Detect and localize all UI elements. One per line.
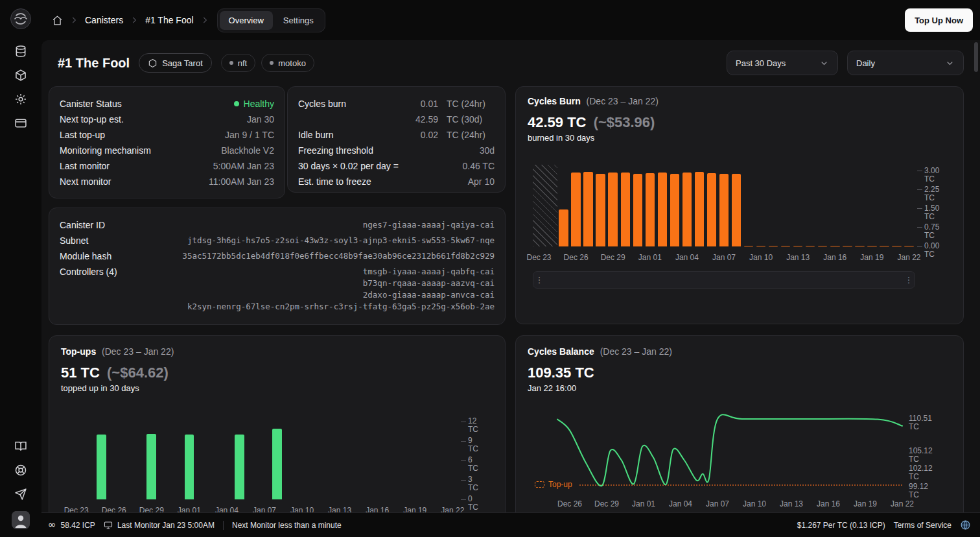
chart-bar — [583, 172, 592, 246]
x-axis-label: Dec 29 — [139, 506, 164, 512]
x-axis-label: Jan 01 — [178, 506, 201, 512]
chart-pan-scrollbar[interactable]: ⋮ ⋮ — [533, 271, 915, 289]
y-axis-label: 102.12 TC — [909, 464, 933, 481]
topbar: Canisters #1 The Fool OverviewSettings T… — [41, 0, 980, 40]
no-data-hatch — [533, 165, 557, 246]
x-axis-label: Jan 13 — [780, 499, 803, 508]
sidebar-item-projects[interactable] — [8, 64, 33, 86]
terms-of-service-link[interactable]: Terms of Service — [894, 521, 951, 530]
last-monitor-status: Last Monitor Jan 23 5:00AM — [104, 521, 215, 530]
sidebar-item-docs[interactable] — [8, 435, 33, 457]
x-axis-label: Jan 19 — [854, 499, 877, 508]
row-number: 42.59 — [410, 114, 438, 125]
chart-date-range: (Dec 23 – Jan 22) — [587, 96, 659, 106]
chart-caption: topped up in 30 days — [61, 383, 493, 393]
chart-bar — [892, 246, 901, 247]
dashed-box-icon — [535, 481, 544, 488]
y-axis-tick — [917, 171, 922, 171]
x-axis-label: Dec 26 — [564, 253, 589, 262]
y-axis-label: 12 TC — [468, 417, 478, 434]
row-label: Monitoring mechanism — [60, 145, 151, 156]
sidebar-item-feedback[interactable] — [8, 483, 33, 505]
y-axis-tick — [461, 480, 466, 481]
x-axis-label: Jan 16 — [366, 506, 389, 512]
x-axis-label: Jan 04 — [215, 506, 239, 512]
credit-card-icon — [14, 117, 27, 130]
breadcrumb-canister-name[interactable]: #1 The Fool — [145, 15, 193, 25]
row-value: Jan 9 / 1 TC — [225, 130, 274, 140]
database-icon — [14, 45, 27, 58]
chart-bar — [843, 246, 852, 247]
chart-bar — [830, 246, 839, 247]
id-row: Subnetjtdsg-3h6gi-hs7o5-z2soi-43w3z-soyl… — [60, 233, 495, 248]
tag-label: nft — [238, 58, 247, 68]
x-axis-label: Jan 01 — [638, 253, 662, 262]
page-title: #1 The Fool — [58, 56, 130, 71]
date-range-select[interactable]: Past 30 Days — [727, 51, 838, 75]
tag-nft[interactable]: nft — [221, 54, 255, 72]
row-label: Next top-up est. — [60, 114, 124, 125]
interval-select[interactable]: Daily — [847, 51, 964, 75]
project-badge[interactable]: Saga Tarot — [139, 53, 212, 73]
mono-value-line: 35ac5172bb5dc1eb4df018f0e6ffbecc48b9fae3… — [182, 250, 495, 262]
mono-value-line: 2daxo-giaaa-aaaap-anvca-cai — [187, 289, 495, 301]
x-axis-label: Dec 26 — [557, 499, 582, 508]
tag-motoko[interactable]: motoko — [261, 54, 314, 72]
y-axis-tick — [461, 422, 466, 422]
scrollbar-thumb[interactable] — [974, 42, 978, 72]
chart-total-usd: (~$53.96) — [594, 114, 655, 130]
breadcrumb-canisters[interactable]: Canisters — [85, 15, 123, 25]
app-logo[interactable] — [10, 8, 32, 30]
row-unit: TC (24hr) — [447, 130, 495, 140]
hexagon-icon — [148, 58, 158, 68]
top-up-now-button[interactable]: Top Up Now — [905, 8, 973, 32]
status-row: Next top-up est.Jan 30 — [60, 112, 274, 127]
balance-line — [533, 412, 902, 493]
sidebar-item-canisters[interactable] — [8, 40, 33, 62]
chart-total-value: 51 TC — [61, 364, 100, 381]
chart-bar — [818, 246, 827, 247]
status-row: Last top-upJan 9 / 1 TC — [60, 127, 274, 143]
chart-bar — [646, 173, 655, 246]
pan-handle-right[interactable]: ⋮ — [903, 275, 915, 285]
tab-overview[interactable]: Overview — [220, 11, 273, 30]
tab-settings[interactable]: Settings — [274, 11, 323, 30]
x-axis-label: Dec 29 — [601, 253, 625, 262]
row-value: Healthy — [234, 99, 274, 109]
chart-bar — [904, 246, 913, 247]
chart-bar — [621, 173, 630, 246]
chart-bar — [769, 246, 778, 247]
home-breadcrumb[interactable] — [52, 15, 63, 26]
user-avatar[interactable] — [12, 511, 30, 529]
x-axis-label: Jan 13 — [786, 253, 810, 262]
row-value: 0.01TC (24hr) — [410, 99, 495, 109]
pan-track[interactable] — [545, 272, 903, 288]
y-axis-label: 105.12 TC — [909, 447, 933, 464]
chart-bar — [855, 246, 864, 247]
chart-bar — [670, 174, 679, 246]
x-axis-label: Dec 23 — [64, 506, 89, 512]
chart-title: Cycles Burn — [528, 96, 581, 106]
network-status[interactable] — [960, 519, 971, 531]
chart-bar — [559, 209, 568, 246]
x-axis-label: Jan 19 — [860, 253, 883, 262]
row-label: Canister ID — [60, 219, 105, 231]
chart-bar — [880, 246, 889, 247]
sidebar-item-settings[interactable] — [8, 88, 33, 110]
sidebar-item-billing[interactable] — [8, 112, 33, 134]
y-axis-label: 99.12 TC — [909, 483, 928, 499]
x-axis-label: Dec 29 — [594, 499, 619, 508]
burn-info-row: Est. time to freezeApr 10 — [298, 174, 495, 189]
tag-dot-icon — [229, 61, 233, 65]
row-value: 42.59TC (30d) — [410, 114, 495, 125]
row-value: Jan 30 — [247, 114, 274, 125]
burn-info-row: 42.59TC (30d) — [298, 112, 495, 127]
y-axis-label: 9 TC — [468, 436, 478, 453]
pan-handle-left[interactable]: ⋮ — [533, 275, 545, 285]
row-mono-values: nges7-giaaa-aaaaj-qaiya-cai — [363, 219, 495, 231]
sidebar-item-support[interactable] — [8, 459, 33, 481]
tc-price: $1.267 Per TC (0.13 ICP) — [797, 521, 885, 530]
icp-balance[interactable]: ∞ 58.42 ICP — [48, 520, 95, 530]
y-axis-label: 110.51 TC — [909, 414, 932, 431]
chart-bar — [608, 173, 617, 246]
